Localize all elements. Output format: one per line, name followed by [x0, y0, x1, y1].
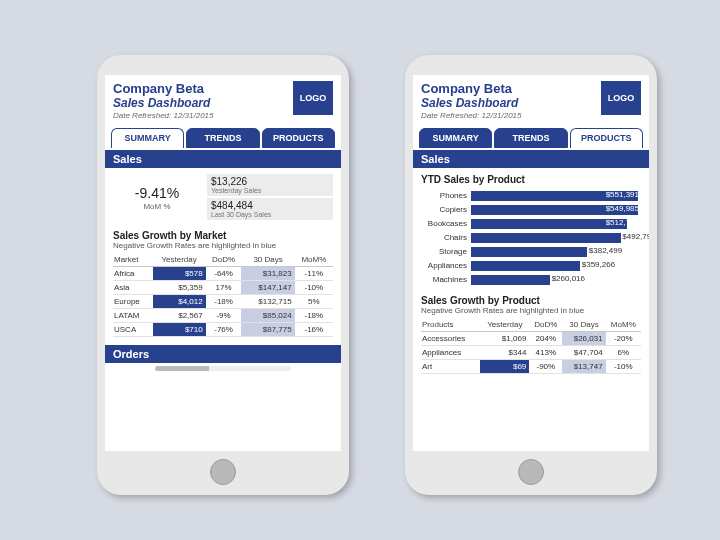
bar-row: Machines$260,016 — [421, 273, 641, 286]
bar-fill — [471, 275, 550, 285]
tab-summary[interactable]: SUMMARY — [111, 128, 184, 148]
tab-bar: SUMMARY TRENDS PRODUCTS — [413, 128, 649, 148]
bar-track: $551,391 — [471, 191, 641, 201]
cell-30days: $87,775 — [241, 323, 294, 337]
kpi-block: -9.41% MoM % $13,226Yesterday Sales $484… — [105, 168, 341, 228]
home-button[interactable] — [210, 459, 236, 485]
bar-value: $549,985 — [606, 204, 639, 213]
cell-product: Art — [421, 360, 480, 374]
cell-product: Accessories — [421, 332, 480, 346]
bar-label: Machines — [421, 275, 471, 284]
bar-value: $512,783 — [606, 218, 639, 227]
bar-track: $492,792 — [471, 233, 641, 243]
cell-yesterday: $578 — [153, 267, 206, 281]
logo-placeholder: LOGO — [601, 81, 641, 115]
cell-product: Appliances — [421, 346, 480, 360]
bar-row: Storage$382,499 — [421, 245, 641, 258]
growth-market-title: Sales Growth by Market — [105, 228, 341, 241]
cell-mom: 5% — [295, 295, 333, 309]
cell-yesterday: $69 — [480, 360, 529, 374]
bar-row: Appliances$359,266 — [421, 259, 641, 272]
cell-dod: -90% — [529, 360, 562, 374]
cell-mom: -18% — [295, 309, 333, 323]
cell-30days: $26,031 — [562, 332, 605, 346]
cell-market: Asia — [113, 281, 153, 295]
cell-dod: -9% — [206, 309, 242, 323]
kpi-yesterday-label: Yesterday Sales — [211, 187, 329, 194]
cell-30days: $147,147 — [241, 281, 294, 295]
tab-products[interactable]: PRODUCTS — [570, 128, 643, 148]
cell-30days: $85,024 — [241, 309, 294, 323]
tab-summary[interactable]: SUMMARY — [419, 128, 492, 148]
col-dod: DoD% — [206, 253, 242, 267]
growth-product-note: Negative Growth Rates are highlighted in… — [413, 306, 649, 318]
home-button[interactable] — [518, 459, 544, 485]
col-dod: DoD% — [529, 318, 562, 332]
section-orders: Orders — [105, 345, 341, 363]
cell-dod: 17% — [206, 281, 242, 295]
bar-label: Copiers — [421, 205, 471, 214]
bar-label: Phones — [421, 191, 471, 200]
screen: Company Beta Sales Dashboard Date Refres… — [413, 75, 649, 451]
bar-label: Bookcases — [421, 219, 471, 228]
ytd-bar-chart: Phones$551,391Copiers$549,985Bookcases$5… — [413, 189, 649, 293]
bar-track: $359,266 — [471, 261, 641, 271]
kpi-yesterday-value: $13,226 — [211, 176, 329, 187]
col-mom: MoM% — [606, 318, 641, 332]
bar-row: Phones$551,391 — [421, 189, 641, 202]
section-sales: Sales — [105, 150, 341, 168]
bar-value: $492,792 — [622, 232, 649, 241]
tab-bar: SUMMARY TRENDS PRODUCTS — [105, 128, 341, 148]
bar-value: $382,499 — [589, 246, 622, 255]
cell-mom: -10% — [606, 360, 641, 374]
col-market: Market — [113, 253, 153, 267]
cell-mom: -20% — [606, 332, 641, 346]
cell-mom: -10% — [295, 281, 333, 295]
kpi-label: MoM % — [113, 202, 201, 211]
bar-row: Bookcases$512,783 — [421, 217, 641, 230]
tab-trends[interactable]: TRENDS — [494, 128, 567, 148]
growth-market-note: Negative Growth Rates are highlighted in… — [105, 241, 341, 253]
cell-30days: $13,747 — [562, 360, 605, 374]
cell-mom: 6% — [606, 346, 641, 360]
table-row: Asia$5,35917%$147,147-10% — [113, 281, 333, 295]
cell-yesterday: $344 — [480, 346, 529, 360]
cell-yesterday: $4,012 — [153, 295, 206, 309]
table-row: Africa$578-64%$31,823-11% — [113, 267, 333, 281]
cell-mom: -16% — [295, 323, 333, 337]
product-table: Products Yesterday DoD% 30 Days MoM% Acc… — [421, 318, 641, 374]
bar-track: $260,016 — [471, 275, 641, 285]
col-30days: 30 Days — [562, 318, 605, 332]
cell-30days: $31,823 — [241, 267, 294, 281]
bar-row: Chairs$492,792 — [421, 231, 641, 244]
tab-trends[interactable]: TRENDS — [186, 128, 259, 148]
col-products: Products — [421, 318, 480, 332]
table-row: Accessories$1,069204%$26,031-20% — [421, 332, 641, 346]
growth-product-title: Sales Growth by Product — [413, 293, 649, 306]
tab-products[interactable]: PRODUCTS — [262, 128, 335, 148]
logo-placeholder: LOGO — [293, 81, 333, 115]
screen: Company Beta Sales Dashboard Date Refres… — [105, 75, 341, 451]
cell-dod: 413% — [529, 346, 562, 360]
bar-label: Storage — [421, 247, 471, 256]
cell-market: USCA — [113, 323, 153, 337]
table-row: USCA$710-76%$87,775-16% — [113, 323, 333, 337]
kpi-value: -9.41% — [113, 185, 201, 201]
bar-track: $382,499 — [471, 247, 641, 257]
table-row: Art$69-90%$13,747-10% — [421, 360, 641, 374]
col-yesterday: Yesterday — [153, 253, 206, 267]
kpi-30day-label: Last 30 Days Sales — [211, 211, 329, 218]
header: Company Beta Sales Dashboard Date Refres… — [105, 75, 341, 124]
table-row: Appliances$344413%$47,7046% — [421, 346, 641, 360]
cell-market: Africa — [113, 267, 153, 281]
cell-dod: -64% — [206, 267, 242, 281]
phone-mockup-summary: Company Beta Sales Dashboard Date Refres… — [97, 55, 349, 495]
col-30days: 30 Days — [241, 253, 294, 267]
bar-fill — [471, 233, 621, 243]
bar-fill — [471, 247, 587, 257]
bar-fill — [471, 219, 627, 229]
cell-30days: $132,715 — [241, 295, 294, 309]
cell-yesterday: $2,567 — [153, 309, 206, 323]
scrollbar[interactable] — [155, 366, 291, 371]
col-mom: MoM% — [295, 253, 333, 267]
